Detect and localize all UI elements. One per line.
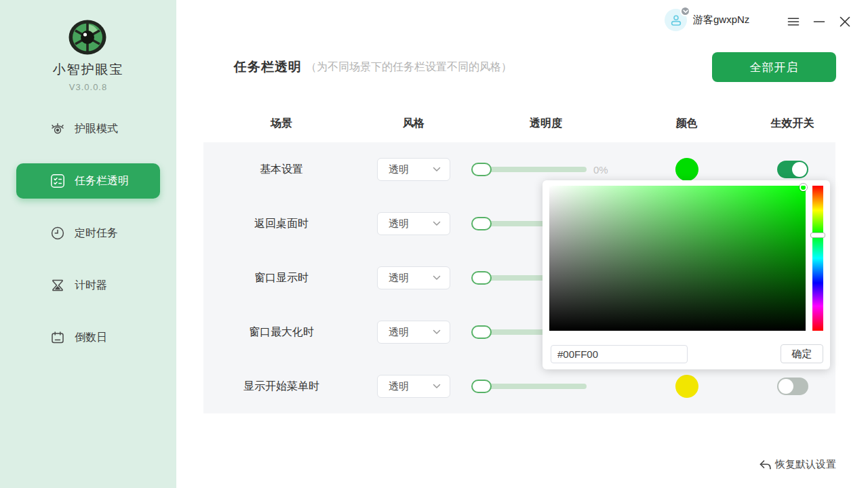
style-dropdown[interactable]: 透明	[377, 266, 450, 289]
column-header-opacity: 透明度	[530, 117, 562, 131]
color-swatch[interactable]	[675, 375, 698, 398]
sidebar-item-label: 定时任务	[75, 226, 118, 241]
sidebar-nav: 护眼模式 任务栏透明 定时任务	[0, 111, 176, 372]
slider-thumb[interactable]	[471, 163, 492, 176]
hex-color-input[interactable]	[551, 345, 688, 363]
sidebar: 小智护眼宝 V3.0.0.8 护眼模式	[0, 0, 176, 488]
scene-label: 显示开始菜单时	[243, 380, 319, 394]
app-logo-icon	[68, 19, 107, 56]
switch-cell	[777, 161, 808, 178]
eye-icon	[50, 121, 65, 136]
slider-thumb[interactable]	[471, 380, 492, 393]
hue-slider[interactable]	[812, 186, 823, 331]
chevron-down-icon	[433, 384, 441, 389]
calendar-icon	[50, 330, 65, 345]
opacity-slider[interactable]	[473, 384, 587, 389]
menu-icon[interactable]	[786, 14, 800, 28]
scene-label: 返回桌面时	[254, 217, 309, 231]
style-dropdown-value: 透明	[389, 380, 433, 393]
column-header-scene: 场景	[271, 117, 292, 131]
page-title: 任务栏透明	[234, 58, 302, 76]
user-avatar	[665, 9, 687, 31]
app-name: 小智护眼宝	[0, 61, 176, 79]
close-icon[interactable]	[837, 14, 852, 28]
column-header-color: 颜色	[676, 117, 698, 131]
sidebar-item-label: 计时器	[75, 279, 107, 293]
table-header: 场景 风格 透明度 颜色 生效开关	[203, 105, 835, 142]
sidebar-item-label: 倒数日	[75, 331, 107, 345]
restore-defaults-button[interactable]: 恢复默认设置	[759, 458, 836, 471]
slider-thumb[interactable]	[471, 217, 492, 230]
app-window: 小智护眼宝 V3.0.0.8 护眼模式	[0, 0, 868, 488]
confirm-button[interactable]: 确定	[781, 344, 823, 363]
checklist-icon	[50, 174, 65, 188]
switch-cell	[777, 378, 808, 395]
slider-thumb[interactable]	[471, 325, 492, 339]
opacity-slider[interactable]	[473, 167, 587, 172]
color-swatch[interactable]	[675, 158, 698, 181]
page-header: 任务栏透明 （为不同场景下的任务栏设置不同的风格）	[234, 52, 512, 82]
chevron-down-icon	[433, 275, 441, 281]
minimize-icon[interactable]	[812, 14, 826, 28]
style-dropdown-value: 透明	[389, 272, 433, 285]
chevron-down-icon	[433, 221, 441, 226]
style-dropdown[interactable]: 透明	[377, 158, 450, 181]
hue-slider-handle[interactable]	[810, 232, 825, 238]
clock-icon	[50, 226, 65, 241]
toggle-knob	[792, 162, 807, 177]
scene-label: 基本设置	[260, 163, 303, 177]
style-dropdown[interactable]: 透明	[377, 321, 450, 344]
column-header-style: 风格	[403, 117, 425, 131]
username: 游客gwxpNz	[693, 14, 749, 26]
sidebar-item-taskbar-transparency[interactable]: 任务栏透明	[16, 163, 160, 199]
chevron-down-icon	[433, 329, 441, 335]
page-subtitle: （为不同场景下的任务栏设置不同的风格）	[306, 60, 512, 75]
color-cell	[675, 375, 698, 398]
sidebar-item-timer[interactable]: 计时器	[16, 268, 160, 303]
user-account[interactable]: 游客gwxpNz	[665, 9, 749, 31]
sidebar-item-countdown[interactable]: 倒数日	[16, 320, 160, 355]
effect-toggle[interactable]	[777, 161, 808, 178]
sidebar-item-scheduled-tasks[interactable]: 定时任务	[16, 216, 160, 251]
color-cell	[675, 158, 698, 181]
chevron-down-icon	[433, 167, 441, 172]
effect-toggle[interactable]	[777, 378, 808, 395]
style-dropdown-value: 透明	[389, 326, 433, 339]
style-dropdown[interactable]: 透明	[377, 375, 450, 398]
sidebar-item-eye-mode[interactable]: 护眼模式	[16, 111, 160, 146]
style-dropdown-value: 透明	[389, 218, 433, 230]
scene-label: 窗口最大化时	[249, 325, 314, 340]
opacity-cell	[468, 384, 624, 389]
restore-defaults-label: 恢复默认设置	[775, 458, 836, 471]
undo-icon	[759, 460, 771, 470]
vip-badge-icon	[680, 6, 690, 16]
slider-thumb[interactable]	[471, 271, 492, 285]
style-dropdown-value: 透明	[389, 163, 433, 176]
column-header-switch: 生效开关	[771, 117, 814, 131]
color-picker-popup: 确定	[542, 180, 830, 369]
opacity-value: 0%	[593, 164, 614, 176]
sidebar-item-label: 任务栏透明	[75, 174, 129, 188]
hourglass-icon	[50, 278, 65, 293]
window-controls	[786, 14, 852, 28]
app-version: V3.0.0.8	[0, 82, 176, 92]
saturation-value-area[interactable]	[549, 186, 806, 331]
sidebar-item-label: 护眼模式	[75, 122, 118, 136]
style-dropdown[interactable]: 透明	[377, 212, 450, 235]
opacity-cell: 0%	[468, 164, 624, 176]
toggle-knob	[778, 379, 793, 394]
scene-label: 窗口显示时	[254, 271, 309, 285]
sv-cursor[interactable]	[800, 184, 807, 191]
enable-all-button[interactable]: 全部开启	[712, 52, 836, 82]
